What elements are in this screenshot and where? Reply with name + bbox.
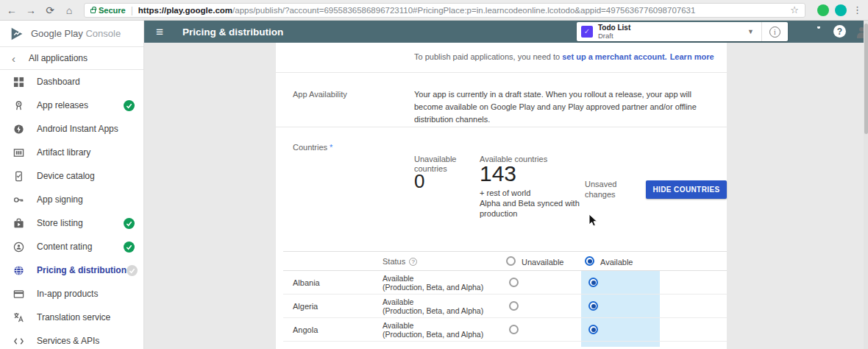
app-signing-icon <box>13 194 25 206</box>
sidebar-item-device-catalog[interactable]: Device catalog <box>0 164 143 188</box>
pricing-distribution-icon <box>13 264 25 277</box>
app-status: Draft <box>598 32 747 40</box>
reload-icon[interactable]: ⟳ <box>43 3 57 18</box>
alpha-beta-note: Alpha and Beta synced with production <box>480 198 601 219</box>
sidebar-item-label: Translation service <box>37 312 135 322</box>
check-complete-icon <box>124 218 135 229</box>
unsaved-changes-label: Unsaved changes <box>585 179 629 200</box>
logo-text: Google Play Console <box>31 28 121 39</box>
sidebar-item-all-applications[interactable]: ‹ All applications <box>0 47 143 70</box>
sidebar-item-dashboard[interactable]: Dashboard <box>0 70 143 94</box>
merchant-account-row: To publish paid applications, you need t… <box>276 43 727 73</box>
sidebar-item-label: Dashboard <box>37 77 135 87</box>
status-header: Status? <box>383 257 417 266</box>
available-highlight-cell <box>581 342 660 347</box>
app-header: ≡ Pricing & distribution Todo List Draft… <box>144 21 868 43</box>
unavailable-all-radio[interactable] <box>506 256 516 266</box>
country-name: Albania <box>293 278 320 287</box>
app-releases-icon <box>13 99 25 112</box>
sidebar-item-label: Device catalog <box>37 171 135 181</box>
status-help-icon[interactable]: ? <box>409 258 417 266</box>
content-rating-icon <box>13 241 25 253</box>
countries-row: Countries* Unavailable countries 0 Avail… <box>276 127 727 349</box>
url-bar[interactable]: Secure | https://play.google.com/apps/pu… <box>84 3 805 18</box>
play-console-logo[interactable]: Google Play Console <box>0 21 143 47</box>
merchant-account-link[interactable]: set up a merchant account. <box>562 52 666 61</box>
extension-icon-teal[interactable] <box>835 4 847 16</box>
available-all-radio[interactable] <box>585 256 594 266</box>
url-text: https://play.google.com/apps/publish/?ac… <box>138 6 786 15</box>
table-row-angola: Angola Available(Production, Beta, and A… <box>283 318 727 342</box>
unavailable-radio[interactable] <box>509 278 519 287</box>
pricing-panel: To publish paid applications, you need t… <box>276 43 727 349</box>
available-radio[interactable] <box>588 301 598 311</box>
browser-bar: ← → ⟳ ⌂ Secure | https://play.google.com… <box>0 0 868 21</box>
sidebar-item-store-listing[interactable]: Store listing <box>0 211 143 235</box>
hide-countries-button[interactable]: HIDE COUNTRIES <box>646 180 727 199</box>
check-incomplete-icon <box>127 265 138 276</box>
artifact-library-icon <box>13 147 25 159</box>
sidebar-item-label: Pricing & distribution <box>37 265 127 275</box>
app-availability-label: App Availability <box>293 90 347 99</box>
sidebar-item-in-app-products[interactable]: In-app products <box>0 282 143 306</box>
chevron-left-icon: ‹ <box>12 52 15 65</box>
sidebar-item-app-signing[interactable]: App signing <box>0 188 143 211</box>
sidebar-item-label: App signing <box>37 194 135 205</box>
browser-menu-icon[interactable]: ⋮ <box>853 4 862 15</box>
chevron-down-icon[interactable]: ▼ <box>747 28 754 35</box>
sidebar-item-label: Content rating <box>37 242 124 252</box>
omnibox-divider: | <box>131 5 133 15</box>
secure-badge[interactable]: Secure <box>90 6 126 15</box>
sidebar-item-label: In-app products <box>37 289 135 299</box>
sidebar-item-label: App releases <box>37 100 124 110</box>
translation-service-icon <box>13 311 25 324</box>
sidebar-item-artifact-library[interactable]: Artifact library <box>0 141 143 164</box>
required-asterisk: * <box>330 143 332 152</box>
available-radio[interactable] <box>588 325 598 334</box>
dashboard-icon <box>13 76 25 88</box>
sidebar-item-content-rating[interactable]: Content rating <box>0 235 143 258</box>
app-icon <box>581 26 593 38</box>
sidebar-item-app-releases[interactable]: App releases <box>0 94 143 117</box>
rest-of-world-note: + rest of world <box>480 188 530 198</box>
hamburger-menu-icon[interactable]: ≡ <box>156 26 163 38</box>
table-row-albania: Albania Available(Production, Beta, and … <box>283 271 727 295</box>
countries-table: Status? Unavailable Available Albania Av… <box>283 251 727 347</box>
unavailable-header-label: Unavailable <box>522 258 563 267</box>
merchant-text: To publish paid applications, you need t… <box>414 52 562 61</box>
available-radio[interactable] <box>588 278 598 287</box>
sidebar-item-label: Artifact library <box>37 147 135 158</box>
back-icon[interactable]: ← <box>4 3 19 18</box>
sidebar-item-android-instant-apps[interactable]: Android Instant Apps <box>0 117 143 141</box>
services-apis-icon <box>13 335 25 348</box>
unavailable-radio[interactable] <box>509 301 519 311</box>
unavailable-radio[interactable] <box>509 325 519 334</box>
sidebar-item-translation-service[interactable]: Translation service <box>0 306 143 329</box>
check-complete-icon <box>124 100 135 111</box>
table-row-algeria: Algeria Available(Production, Beta, and … <box>283 295 727 318</box>
app-selector[interactable]: Todo List Draft ▼ i <box>577 22 788 41</box>
table-row-partial <box>283 342 727 347</box>
store-listing-icon <box>13 217 25 230</box>
learn-more-link[interactable]: Learn more <box>670 52 714 61</box>
sidebar-item-pricing-distribution[interactable]: Pricing & distribution <box>0 258 143 282</box>
bookmark-star-icon[interactable]: ☆ <box>790 4 799 15</box>
sidebar: Google Play Console ‹ All applications D… <box>0 21 144 349</box>
play-triangle-icon <box>9 26 25 42</box>
app-availability-row: App Availability Your app is currently i… <box>276 73 727 127</box>
sidebar-item-label: Services & APIs <box>37 336 135 346</box>
help-icon[interactable]: ? <box>833 25 846 38</box>
home-icon[interactable]: ⌂ <box>62 3 77 18</box>
forward-icon[interactable]: → <box>24 3 38 18</box>
info-icon[interactable]: i <box>769 27 780 38</box>
device-catalog-icon <box>13 170 25 183</box>
sidebar-item-services-apis[interactable]: Services & APIs <box>0 329 143 349</box>
unavailable-countries-count: 0 <box>414 170 424 193</box>
extension-icon-green[interactable] <box>817 4 829 16</box>
selector-divider <box>761 22 762 41</box>
check-complete-icon <box>124 242 135 253</box>
countries-label: Countries* <box>293 143 332 152</box>
scrollbar-track[interactable] <box>864 21 868 349</box>
country-name: Angola <box>293 325 318 334</box>
scrollbar-thumb[interactable] <box>864 24 868 134</box>
